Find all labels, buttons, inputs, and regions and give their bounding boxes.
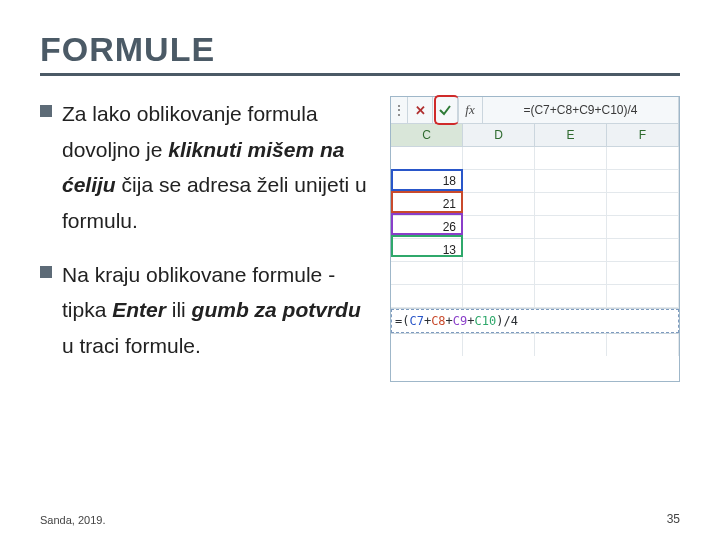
cell[interactable]: [607, 216, 679, 238]
edit-prefix: =(: [395, 314, 409, 328]
cell[interactable]: 18: [391, 170, 463, 192]
cell[interactable]: [391, 334, 463, 356]
b2-emph2: gumb za potvrdu: [192, 298, 361, 321]
cell[interactable]: [391, 285, 463, 307]
cell[interactable]: [463, 147, 535, 169]
formula-bar: ⋮ ✕ fx =(C7+C8+C9+C10)/4: [391, 97, 679, 124]
cell[interactable]: [463, 239, 535, 261]
cell[interactable]: [535, 262, 607, 284]
content-left: Za lako oblikovanje formula dovoljno je …: [40, 96, 376, 382]
col-F[interactable]: F: [607, 124, 679, 146]
ref-c10: C10: [475, 314, 497, 328]
cell[interactable]: [607, 147, 679, 169]
excel-screenshot: ⋮ ✕ fx =(C7+C8+C9+C10)/4 C D E F 18 21 2…: [390, 96, 680, 382]
bullet-icon: [40, 266, 52, 278]
sep: +: [446, 314, 453, 328]
cell[interactable]: [391, 147, 463, 169]
cell[interactable]: [607, 193, 679, 215]
cell[interactable]: [535, 334, 607, 356]
edit-suffix: )/4: [496, 314, 518, 328]
cell[interactable]: [607, 170, 679, 192]
cell[interactable]: 26: [391, 216, 463, 238]
cell[interactable]: [535, 147, 607, 169]
bullet-2: Na kraju oblikovane formule - tipka Ente…: [40, 257, 376, 364]
cell[interactable]: [463, 285, 535, 307]
ref-c8: C8: [431, 314, 445, 328]
b2-mid: ili: [172, 298, 192, 321]
page-number: 35: [667, 512, 680, 526]
cells-grid: 18 21 26 13: [391, 147, 679, 308]
cell-edit-area[interactable]: =( C7 + C8 + C9 + C10 )/4: [391, 308, 679, 334]
column-headers: C D E F: [391, 124, 679, 147]
cell[interactable]: [463, 193, 535, 215]
sep: +: [424, 314, 431, 328]
cell[interactable]: [607, 285, 679, 307]
slide-title: FORMULE: [40, 30, 680, 76]
more-icon: ⋮: [391, 97, 408, 123]
cell[interactable]: [391, 262, 463, 284]
cell[interactable]: [535, 216, 607, 238]
cell[interactable]: [535, 170, 607, 192]
cell[interactable]: [463, 216, 535, 238]
cell[interactable]: [607, 262, 679, 284]
confirm-icon[interactable]: [433, 97, 458, 123]
cell[interactable]: [607, 334, 679, 356]
cell[interactable]: 13: [391, 239, 463, 261]
cell[interactable]: 21: [391, 193, 463, 215]
col-C[interactable]: C: [391, 124, 463, 146]
cell[interactable]: [535, 193, 607, 215]
col-E[interactable]: E: [535, 124, 607, 146]
cell[interactable]: [463, 334, 535, 356]
cell[interactable]: [535, 239, 607, 261]
b2-tail: u traci formule.: [62, 334, 201, 357]
b2-emph1: Enter: [112, 298, 166, 321]
cell[interactable]: [463, 170, 535, 192]
cell[interactable]: [463, 262, 535, 284]
cancel-icon[interactable]: ✕: [408, 97, 433, 123]
bullet-1: Za lako oblikovanje formula dovoljno je …: [40, 96, 376, 239]
footer-text: Sanda, 2019.: [40, 514, 105, 526]
sep: +: [467, 314, 474, 328]
bullet-icon: [40, 105, 52, 117]
ref-c9: C9: [453, 314, 467, 328]
ref-c7: C7: [409, 314, 423, 328]
formula-bar-value[interactable]: =(C7+C8+C9+C10)/4: [483, 97, 679, 123]
cell[interactable]: [607, 239, 679, 261]
cell[interactable]: [535, 285, 607, 307]
fx-icon[interactable]: fx: [458, 97, 483, 123]
col-D[interactable]: D: [463, 124, 535, 146]
